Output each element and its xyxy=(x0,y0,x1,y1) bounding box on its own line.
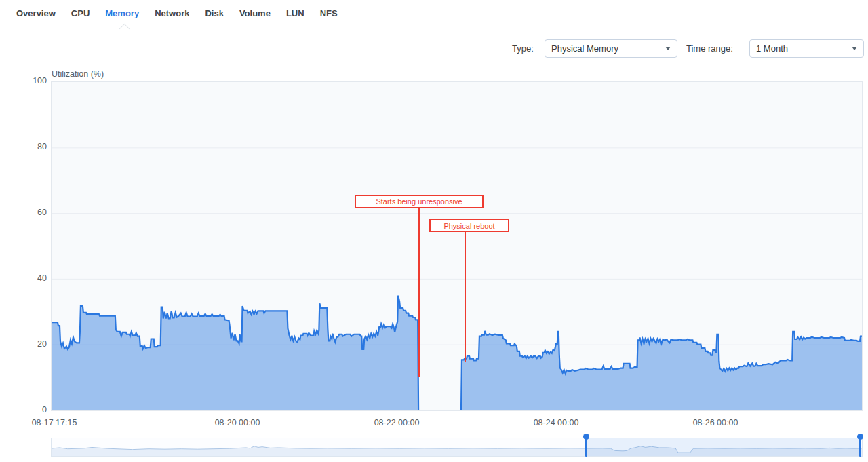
annotation-label: Starts being unresponsive xyxy=(355,195,484,208)
type-label: Type: xyxy=(512,43,534,54)
y-tick-label: 40 xyxy=(0,273,47,283)
time-range-select[interactable]: 1 Month xyxy=(749,39,864,58)
tab-disk[interactable]: Disk xyxy=(205,8,223,18)
time-range-select-value: 1 Month xyxy=(756,43,788,54)
chevron-down-icon xyxy=(665,47,671,50)
tab-volume[interactable]: Volume xyxy=(239,8,271,18)
y-tick-label: 0 xyxy=(0,405,47,415)
tab-nfs[interactable]: NFS xyxy=(320,8,338,18)
brush-selection[interactable] xyxy=(586,438,860,456)
brush-knob-icon xyxy=(583,434,589,440)
time-range-label: Time range: xyxy=(686,43,733,54)
x-tick-label: 08-22 00:00 xyxy=(374,418,420,427)
mini-chart-brush[interactable] xyxy=(51,438,863,457)
annotation-line xyxy=(418,208,420,377)
annotation-label: Physical reboot xyxy=(429,219,509,232)
type-select[interactable]: Physical Memory xyxy=(545,39,677,58)
x-tick-label: 08-20 00:00 xyxy=(215,418,260,427)
y-tick-label: 60 xyxy=(0,208,47,217)
tab-bar: OverviewCPUMemoryNetworkDiskVolumeLUNNFS xyxy=(0,0,868,28)
utilization-chart[interactable]: Starts being unresponsivePhysical reboot xyxy=(51,81,863,411)
x-tick-label: 08-24 00:00 xyxy=(534,418,579,427)
page-bottom-divider xyxy=(0,461,868,461)
tab-overview[interactable]: Overview xyxy=(16,8,56,18)
type-select-value: Physical Memory xyxy=(551,43,618,54)
y-tick-label: 80 xyxy=(0,142,47,151)
y-tick-label: 20 xyxy=(0,339,47,349)
chevron-down-icon xyxy=(852,47,857,50)
tab-network[interactable]: Network xyxy=(155,8,189,18)
brush-handle-right[interactable] xyxy=(859,436,861,457)
area-chart-canvas xyxy=(52,82,862,410)
x-tick-label: 08-17 17:15 xyxy=(32,418,77,427)
annotation-line xyxy=(465,231,466,362)
resource-monitor-memory-page: OverviewCPUMemoryNetworkDiskVolumeLUNNFS… xyxy=(0,0,868,462)
brush-knob-icon xyxy=(857,434,863,440)
tab-cpu[interactable]: CPU xyxy=(71,8,90,18)
y-tick-label: 100 xyxy=(0,76,47,85)
tab-lun[interactable]: LUN xyxy=(286,8,304,18)
tab-memory[interactable]: Memory xyxy=(105,8,139,18)
active-tab-caret xyxy=(119,24,130,35)
brush-handle-left[interactable] xyxy=(585,436,587,457)
y-axis-title: Utilization (%) xyxy=(52,69,104,79)
x-tick-label: 08-26 00:00 xyxy=(693,418,738,427)
